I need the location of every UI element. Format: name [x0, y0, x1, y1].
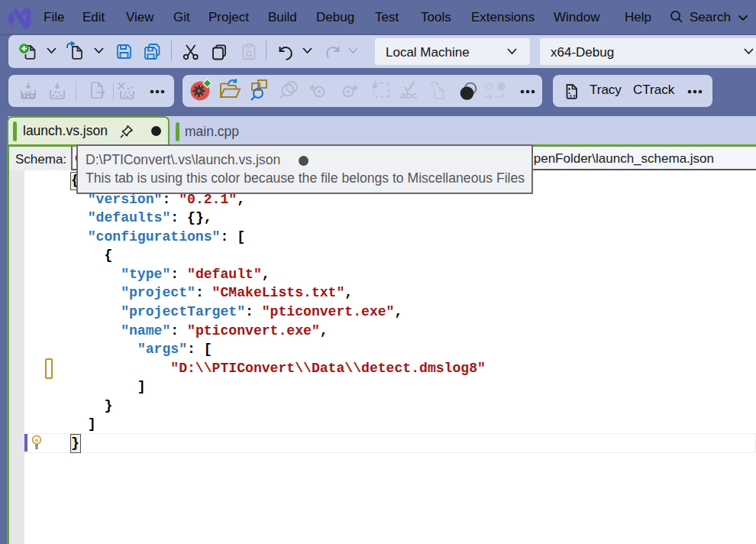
- svg-text:abc: abc: [400, 89, 417, 101]
